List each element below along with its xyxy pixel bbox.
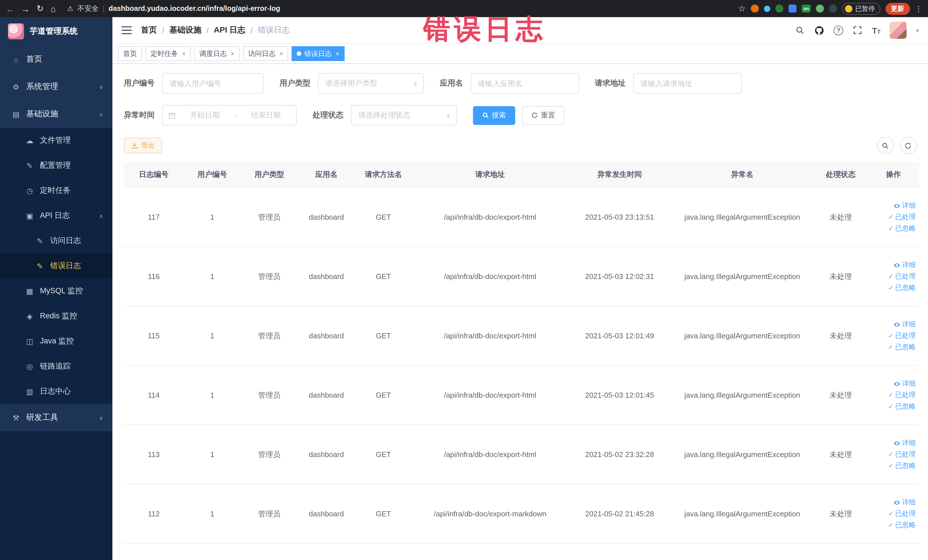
sidebar-item[interactable]: ☁文件管理: [0, 128, 112, 153]
tab-item[interactable]: 访问日志×: [243, 46, 288, 61]
close-icon[interactable]: ×: [182, 50, 186, 57]
action-detail-link[interactable]: 详细: [893, 379, 916, 389]
update-button[interactable]: 更新: [885, 3, 910, 15]
sidebar-item[interactable]: ▤基础设施∧: [0, 101, 112, 128]
sidebar-item[interactable]: ⚙系统管理∨: [0, 73, 112, 101]
sidebar-item[interactable]: ◷定时任务: [0, 178, 112, 203]
sidebar-item[interactable]: ◈Redis 监控: [0, 304, 112, 329]
cell-user-type: 管理员: [241, 212, 298, 222]
sidebar-item[interactable]: ◫Java 监控: [0, 329, 112, 354]
sidebar: 芋道管理系统 ⌂首页⚙系统管理∨▤基础设施∧☁文件管理✎配置管理◷定时任务▣AP…: [0, 17, 112, 560]
sidebar-item[interactable]: ⚒研发工具∨: [0, 404, 112, 431]
cell-status: 未处理: [814, 212, 868, 222]
action-label: 详细: [902, 319, 916, 329]
sidebar-item[interactable]: ▣API 日志∧: [0, 203, 112, 228]
action-processed-link[interactable]: ✓已处理: [888, 450, 916, 459]
breadcrumb-item: 错误日志: [258, 25, 290, 35]
github-icon[interactable]: [814, 25, 824, 35]
browser-home-icon[interactable]: ⌂: [50, 4, 56, 14]
refresh-button[interactable]: [899, 137, 917, 154]
column-header: 请求地址: [412, 162, 568, 187]
action-processed-link[interactable]: ✓已处理: [888, 509, 916, 519]
action-detail-link[interactable]: 详细: [893, 201, 916, 211]
reset-button[interactable]: 重置: [522, 106, 564, 125]
action-ignored-link[interactable]: ✓已忽略: [888, 461, 916, 471]
column-header: 用户编号: [184, 162, 241, 187]
extension-icon[interactable]: [789, 5, 797, 12]
sidebar-item[interactable]: ▦MySQL 监控: [0, 278, 112, 304]
sidebar-item-label: Redis 监控: [40, 311, 77, 321]
sidebar-item[interactable]: ✎配置管理: [0, 153, 112, 178]
tab-item[interactable]: 首页: [118, 46, 142, 61]
search-button[interactable]: 搜索: [473, 106, 515, 125]
cell-actions: 详细✓已处理✓已忽略: [868, 438, 919, 471]
cell-exception: java.lang.IllegalArgumentException: [671, 391, 814, 400]
process-status-select[interactable]: 请选择处理状态 ∨: [351, 105, 457, 125]
chevron-down-icon: ∨: [446, 111, 451, 119]
tools-icon: ⚒: [11, 414, 21, 422]
action-processed-link[interactable]: ✓已处理: [888, 212, 916, 222]
sidebar-item[interactable]: ▥日志中心: [0, 379, 112, 404]
action-ignored-link[interactable]: ✓已忽略: [888, 402, 916, 411]
sidebar-item[interactable]: ◎链路追踪: [0, 354, 112, 379]
sidebar-item-label: 访问日志: [50, 236, 81, 246]
browser-forward-icon[interactable]: →: [21, 4, 30, 14]
sidebar-item[interactable]: ✎错误日志: [0, 253, 112, 278]
extension-icon[interactable]: [816, 5, 824, 12]
search-icon[interactable]: [795, 25, 805, 35]
action-processed-link[interactable]: ✓已处理: [888, 390, 916, 400]
extension-icon[interactable]: [775, 5, 783, 12]
action-processed-link[interactable]: ✓已处理: [888, 331, 916, 340]
filter-row-2: 异常时间 开始日期 - 结束日期 处理状态: [124, 105, 919, 125]
action-processed-link[interactable]: ✓已处理: [888, 272, 916, 281]
fullscreen-icon[interactable]: [852, 25, 863, 35]
sidebar-item[interactable]: ⌂首页: [0, 46, 112, 73]
breadcrumb-item[interactable]: API 日志: [214, 25, 245, 35]
extension-on-badge[interactable]: on: [801, 5, 811, 12]
bookmark-star-icon[interactable]: ☆: [738, 3, 746, 14]
font-size-icon[interactable]: TT: [872, 25, 881, 35]
exception-time-range-picker[interactable]: 开始日期 - 结束日期: [162, 105, 297, 125]
tab-item[interactable]: 调度日志×: [194, 46, 240, 61]
app-logo[interactable]: 芋道管理系统: [0, 17, 112, 46]
sidebar-item[interactable]: ✎访问日志: [0, 228, 112, 253]
user-id-input[interactable]: [162, 73, 264, 93]
tab-label: 首页: [123, 49, 137, 58]
address-bar[interactable]: ⚠ 不安全 | dashboard.yudao.iocoder.cn/infra…: [63, 4, 731, 14]
action-detail-link[interactable]: 详细: [893, 438, 916, 448]
close-icon[interactable]: ×: [336, 50, 339, 57]
action-ignored-link[interactable]: ✓已忽略: [888, 283, 916, 293]
toggle-search-button[interactable]: [877, 137, 894, 154]
extension-icon[interactable]: [751, 5, 759, 12]
paused-badge[interactable]: 已暂停: [842, 3, 880, 15]
request-url-input[interactable]: [633, 73, 742, 93]
browser-menu-icon[interactable]: ⋮: [915, 4, 922, 13]
breadcrumb-item[interactable]: 基础设施: [169, 25, 201, 35]
tab-active[interactable]: 错误日志×: [292, 46, 345, 61]
tab-item[interactable]: 定时任务×: [145, 46, 191, 61]
action-detail-link[interactable]: 详细: [893, 319, 916, 329]
export-button[interactable]: 导出: [124, 137, 162, 154]
column-header: 操作: [868, 162, 919, 187]
hamburger-icon[interactable]: [122, 26, 132, 34]
help-icon[interactable]: ?: [833, 25, 843, 35]
content: 用户编号 用户类型 请选择用户类型 ∨ 应用名: [112, 64, 928, 560]
close-icon[interactable]: ×: [279, 50, 283, 57]
breadcrumb-item[interactable]: 首页: [141, 25, 157, 35]
action-ignored-link[interactable]: ✓已忽略: [888, 520, 916, 530]
action-ignored-link[interactable]: ✓已忽略: [888, 224, 916, 233]
action-detail-link[interactable]: 详细: [893, 497, 916, 507]
extension-icon[interactable]: [764, 5, 770, 12]
user-type-select[interactable]: 请选择用户类型 ∨: [318, 73, 424, 93]
action-detail-link[interactable]: 详细: [893, 260, 916, 270]
extension-icon[interactable]: [829, 5, 837, 12]
cell-id: 114: [124, 391, 184, 400]
app-name-input[interactable]: [470, 73, 579, 93]
action-ignored-link[interactable]: ✓已忽略: [888, 342, 916, 352]
browser-reload-icon[interactable]: ↻: [37, 3, 44, 14]
close-icon[interactable]: ×: [231, 50, 235, 57]
chevron-down-icon[interactable]: ▾: [916, 27, 919, 34]
warning-icon: ⚠: [67, 5, 73, 12]
browser-back-icon[interactable]: ←: [6, 4, 14, 14]
user-avatar[interactable]: [890, 22, 907, 39]
